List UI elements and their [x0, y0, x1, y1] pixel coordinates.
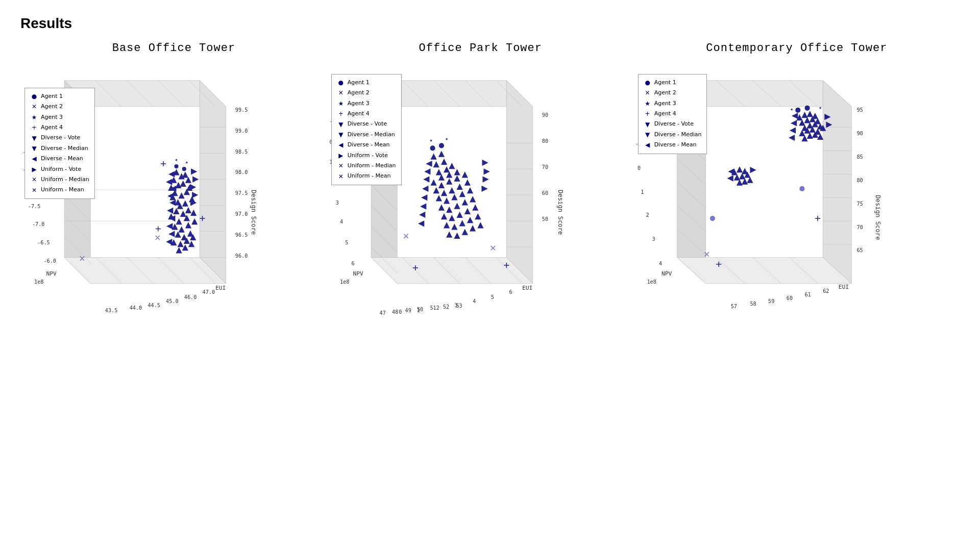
svg-marker-153 [430, 180, 436, 186]
svg-marker-179 [451, 223, 457, 230]
svg-text:★: ★ [175, 157, 178, 163]
legend-item-agent1: ●Agent 1 [30, 91, 89, 102]
legend-item-uniform-median: ✕Uniform - Median [30, 174, 89, 185]
svg-text:-6.5: -6.5 [37, 240, 50, 245]
svg-marker-287 [791, 120, 797, 126]
svg-marker-159 [441, 190, 447, 196]
svg-text:97.5: 97.5 [235, 190, 248, 196]
chart3-wrap: ★ ★ 95 [634, 60, 960, 320]
svg-text:44.5: 44.5 [148, 303, 160, 308]
legend-item2-agent4: +Agent 4 [337, 109, 396, 119]
svg-text:★: ★ [819, 105, 822, 111]
svg-text:99.0: 99.0 [235, 128, 248, 134]
svg-text:65: 65 [856, 247, 863, 253]
svg-marker-143 [430, 154, 436, 160]
svg-point-208 [430, 145, 435, 151]
svg-marker-75 [191, 168, 197, 174]
svg-text:NPV: NPV [46, 270, 57, 277]
svg-marker-42 [182, 200, 188, 206]
svg-text:53: 53 [456, 303, 462, 309]
svg-text:1e8: 1e8 [340, 279, 349, 285]
svg-marker-180 [459, 220, 465, 226]
svg-marker-301 [728, 168, 734, 174]
chart2-container: Office Park Tower [327, 42, 634, 328]
svg-marker-30 [182, 171, 188, 178]
svg-text:62: 62 [823, 288, 829, 294]
svg-marker-50 [190, 210, 197, 216]
legend-item3-agent2: ✕Agent 2 [644, 88, 702, 98]
svg-marker-54 [191, 218, 198, 224]
svg-text:1e8: 1e8 [647, 279, 656, 285]
legend-item-agent4: +Agent 4 [30, 122, 89, 133]
svg-marker-146 [441, 159, 447, 165]
svg-text:98.0: 98.0 [235, 169, 248, 175]
svg-marker-167 [467, 187, 473, 193]
svg-marker-184 [454, 233, 460, 239]
chart1-wrap: ★ ★ 99.5 99.0 98.5 98.0 97.5 97.0 96.5 9… [20, 60, 327, 320]
svg-text:57: 57 [730, 304, 737, 309]
legend-item3-diverse-median: ▼Diverse - Median [644, 130, 702, 140]
svg-text:★: ★ [185, 160, 188, 165]
svg-marker-303 [750, 167, 756, 173]
chart3-container: Contemporary Office Tower [634, 42, 960, 328]
svg-text:5: 5 [345, 240, 348, 245]
svg-text:45.0: 45.0 [166, 298, 179, 304]
svg-marker-174 [449, 215, 455, 221]
svg-marker-198 [482, 176, 488, 182]
svg-text:46.0: 46.0 [184, 294, 197, 300]
svg-marker-289 [788, 135, 794, 141]
svg-marker-70 [167, 208, 173, 214]
svg-text:95: 95 [856, 107, 863, 113]
svg-text:4: 4 [340, 219, 343, 224]
svg-marker-78 [192, 192, 198, 198]
svg-text:-6.0: -6.0 [43, 258, 56, 264]
svg-marker-76 [192, 176, 199, 182]
svg-point-91 [182, 167, 186, 171]
svg-text:★: ★ [790, 107, 793, 112]
svg-marker-181 [467, 217, 473, 223]
legend-item3-agent1: ●Agent 1 [644, 78, 702, 88]
svg-text:70: 70 [542, 164, 548, 170]
svg-marker-190 [423, 176, 429, 182]
page: Results Base Office Tower [0, 0, 980, 551]
svg-marker-175 [456, 212, 462, 218]
legend-item-diverse-mean: ◀Diverse - Mean [30, 154, 89, 164]
svg-text:44.0: 44.0 [130, 305, 142, 311]
svg-marker-286 [792, 113, 798, 119]
svg-marker-267 [806, 111, 813, 117]
svg-text:50: 50 [542, 216, 548, 222]
page-title: Results [20, 15, 960, 32]
svg-text:★: ★ [445, 136, 448, 142]
svg-text:43.5: 43.5 [105, 308, 118, 313]
svg-marker-160 [449, 187, 455, 193]
svg-text:4: 4 [473, 298, 476, 304]
svg-marker-189 [424, 168, 430, 174]
svg-point-315 [804, 106, 810, 111]
svg-text:2: 2 [436, 305, 439, 311]
svg-text:80: 80 [542, 138, 548, 144]
svg-marker-192 [421, 194, 427, 201]
chart2-wrap: ★ ★ 90 80 70 60 50 Design Score 6 5 4 3 … [327, 60, 634, 320]
svg-marker-53 [185, 222, 191, 228]
svg-marker-63 [182, 244, 188, 251]
svg-marker-36 [179, 192, 185, 198]
svg-marker-155 [446, 179, 452, 185]
svg-text:2: 2 [646, 212, 649, 218]
chart2-legend: ●Agent 1 ✕Agent 2 ★Agent 3 +Agent 4 ▼Div… [331, 74, 402, 185]
svg-marker-121 [506, 81, 532, 284]
svg-marker-165 [451, 194, 457, 200]
svg-text:3: 3 [652, 236, 655, 242]
svg-marker-46 [185, 207, 191, 213]
svg-text:Design Score: Design Score [250, 190, 257, 235]
svg-marker-145 [433, 161, 439, 167]
svg-marker-178 [444, 222, 450, 228]
svg-point-209 [439, 143, 444, 148]
svg-text:90: 90 [542, 112, 548, 118]
svg-marker-170 [454, 203, 460, 209]
svg-text:48: 48 [392, 309, 398, 315]
svg-text:58: 58 [750, 301, 756, 307]
svg-text:0: 0 [399, 309, 402, 315]
legend-item-agent3: ★Agent 3 [30, 112, 89, 122]
svg-marker-194 [419, 212, 425, 218]
svg-marker-164 [444, 197, 450, 204]
